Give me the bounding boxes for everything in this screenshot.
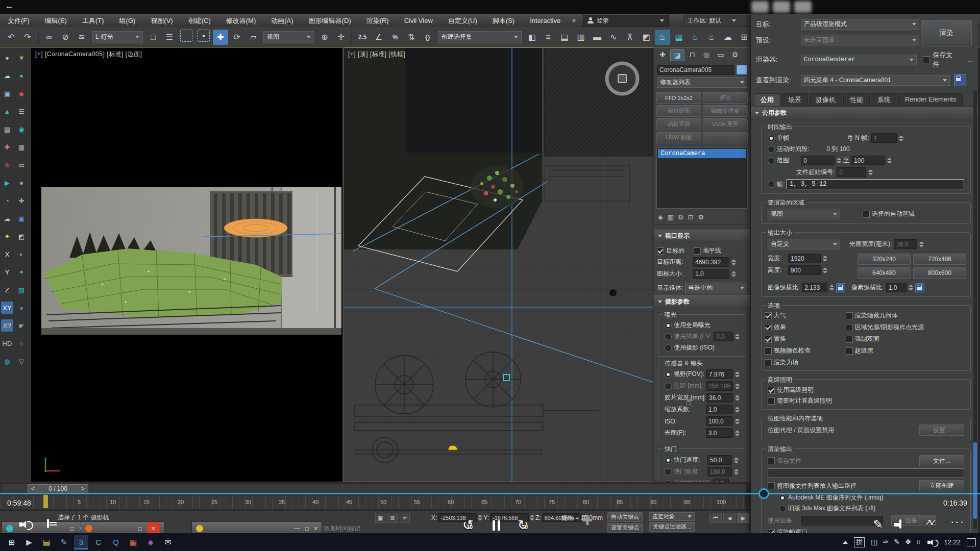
selection-set-dropdown[interactable]: 选定对象 — [649, 512, 695, 521]
go-start-button[interactable]: ⏮ — [709, 513, 722, 523]
width-field[interactable]: 1920 — [788, 254, 821, 263]
start-button[interactable]: ⊞ — [5, 535, 19, 549]
aperture-field[interactable]: 36.0 — [894, 239, 917, 249]
spinner[interactable] — [530, 515, 534, 520]
pixel-aspect-lock-icon[interactable] — [915, 283, 924, 292]
modifier-list-dropdown[interactable]: 修改器列表 — [657, 77, 747, 88]
scene-explorer-icon[interactable]: ▤ — [557, 30, 572, 45]
sign-in-button[interactable]: 登录 — [583, 15, 669, 27]
maximize-icon[interactable]: □ — [305, 525, 309, 532]
make-unique-icon[interactable]: ⧉ — [678, 213, 683, 221]
spinner[interactable] — [919, 242, 924, 247]
isolate-selection-icon[interactable]: ▣ — [375, 513, 385, 523]
renderer-dropdown[interactable]: CoronaRenderer — [801, 55, 917, 65]
imsq-radio[interactable] — [779, 494, 786, 502]
dialog-tab[interactable]: 系统 — [871, 93, 897, 106]
viewport-top[interactable]: [+] [顶] [标准] [线框] — [344, 47, 653, 482]
left-tool-icon[interactable]: ✚ — [1, 141, 13, 153]
spinner[interactable] — [735, 334, 740, 339]
percent-snap-icon[interactable]: % — [387, 30, 403, 45]
named-selection-sets-dropdown[interactable]: 创建选择集 — [438, 31, 522, 43]
option-checkbox[interactable] — [765, 359, 772, 366]
tray-pen-icon[interactable]: ✎ — [894, 538, 900, 546]
menu-item[interactable]: 渲染(R) — [359, 14, 397, 27]
menu-item[interactable]: Civil View — [397, 14, 440, 27]
rendered-frame-icon[interactable]: ▦ — [671, 30, 687, 45]
rollout-common-params[interactable]: 公用参数 — [751, 107, 978, 119]
taskbar-app[interactable]: ▶ — [22, 535, 36, 549]
spinner[interactable] — [478, 515, 482, 520]
dialog-tab[interactable]: 性能 — [843, 93, 870, 106]
spinner[interactable] — [734, 458, 739, 463]
image-aspect-field[interactable]: 2.133 — [802, 283, 827, 292]
play-button[interactable]: ▶ — [737, 513, 749, 523]
shutter-speed-field[interactable]: 50.0 — [707, 455, 732, 465]
option-checkbox[interactable] — [765, 312, 772, 319]
layer-explorer-icon[interactable]: ▥ — [573, 30, 589, 45]
spinner[interactable] — [899, 136, 903, 141]
left-tool-icon[interactable]: ▦ — [15, 141, 28, 153]
create-tab-icon[interactable]: ✚ — [656, 49, 669, 60]
left-tool-icon[interactable]: ⊕ — [1, 159, 13, 171]
tray-color-icon[interactable]: ❖ — [905, 538, 912, 546]
select-by-name-icon[interactable]: ☰ — [162, 30, 177, 45]
prev-key-button[interactable]: ◀ — [723, 513, 736, 523]
more-options[interactable]: ... — [968, 56, 973, 63]
motion-tab-icon[interactable]: ◎ — [700, 49, 713, 60]
select-move-icon[interactable]: ✚ — [213, 30, 228, 45]
redo-icon[interactable]: ↷ — [20, 30, 35, 45]
left-tool-icon[interactable]: HD — [1, 337, 13, 349]
close-icon[interactable]: × — [314, 525, 317, 532]
configure-modifier-sets-icon[interactable]: ⚙ — [698, 213, 704, 221]
menu-item[interactable]: Interactive — [522, 14, 568, 27]
back-button[interactable]: ← — [5, 1, 14, 11]
video-progress-bar[interactable] — [0, 493, 980, 494]
film-width-field[interactable]: 36.0 — [706, 393, 733, 403]
dialog-tab[interactable]: 场景 — [781, 93, 808, 106]
reference-coordinate-dropdown[interactable]: 视图 — [263, 31, 314, 43]
left-tool-icon[interactable]: ▧ — [15, 284, 28, 296]
select-scale-icon[interactable]: ▱ — [246, 30, 261, 45]
auto-key-button[interactable]: 自动关键点 — [607, 512, 643, 522]
focal-field[interactable]: 258.195 — [706, 381, 733, 391]
bind-spacewarp-icon[interactable]: ≋ — [74, 30, 89, 45]
use-pivot-icon[interactable]: ⊕ — [317, 30, 332, 45]
align-icon[interactable]: ≡ — [541, 30, 556, 45]
spinner-snap-icon[interactable]: ⇅ — [404, 30, 419, 45]
resolution-preset-button[interactable]: 640x480 — [857, 267, 911, 279]
taskbar-app[interactable]: ▤ — [39, 535, 54, 549]
lock-view-icon[interactable] — [954, 74, 966, 86]
spinner[interactable] — [909, 285, 913, 290]
left-tool-icon[interactable]: ○ — [15, 337, 28, 349]
resolution-preset-button[interactable]: 720x486 — [913, 254, 966, 265]
modifier-button[interactable]: 倒角剖面 — [656, 105, 701, 117]
output-file-button[interactable]: 文件... — [919, 455, 964, 466]
modifier-stack-item[interactable]: CoronaCamera — [658, 149, 746, 158]
selection-lock-icon[interactable]: ⊠ — [387, 513, 398, 523]
dialog-scrollbar[interactable] — [973, 90, 977, 529]
image-list-checkbox[interactable] — [768, 482, 775, 489]
left-tool-icon[interactable]: ▲ — [1, 105, 13, 117]
left-tool-icon[interactable]: ▭ — [15, 159, 28, 171]
spinner[interactable] — [731, 260, 736, 265]
left-tool-icon[interactable]: ◍ — [1, 355, 13, 367]
spinner[interactable] — [734, 469, 739, 474]
minimize-icon[interactable]: — — [294, 525, 300, 532]
spinner[interactable] — [731, 271, 736, 277]
shutter-angle-field[interactable]: 180.0 — [707, 467, 732, 477]
left-tool-icon[interactable]: ▣ — [15, 212, 28, 224]
photographic-exposure-radio[interactable] — [665, 344, 672, 352]
auto-region-checkbox[interactable] — [863, 211, 870, 218]
active-segment-radio[interactable] — [768, 146, 775, 153]
tray-clock[interactable]: 12:22 — [944, 538, 961, 546]
dialog-tab[interactable]: Render Elements — [898, 93, 963, 106]
fstop-field[interactable]: 3.0 — [706, 428, 733, 438]
maximize-icon[interactable]: □ — [138, 525, 142, 532]
every-n-field[interactable]: 1 — [871, 133, 897, 143]
pin-stack-icon[interactable]: ◈ — [658, 213, 663, 221]
bitmap-setup-button[interactable]: 设置... — [919, 424, 964, 436]
spinner[interactable] — [887, 158, 892, 163]
rect-region-icon[interactable] — [180, 30, 192, 42]
ev-field[interactable]: 0.0 — [714, 332, 733, 341]
menu-item[interactable]: 文件(F) — [0, 14, 37, 27]
